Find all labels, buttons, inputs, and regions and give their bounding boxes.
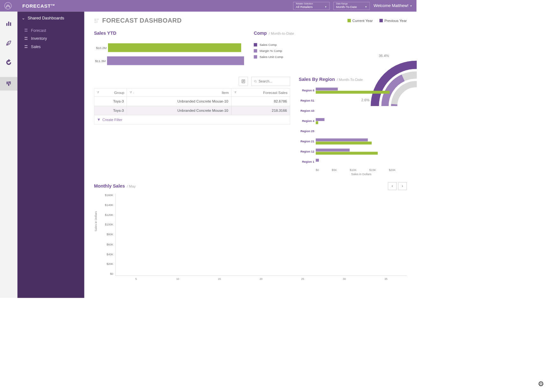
y-tick: $60K	[101, 243, 113, 246]
sidebar-item-sales[interactable]: Sales	[18, 43, 84, 51]
x-tick: 10	[157, 278, 198, 281]
forecast-table-panel: ⧩Group⧩ ↓Item⧩Forecast Sales Toys-3Unbra…	[94, 77, 290, 176]
svg-rect-5	[97, 20, 97, 23]
region-label: Region 21	[299, 140, 316, 143]
region-row: Region 21	[299, 136, 396, 146]
region-row: Region 25	[299, 126, 396, 136]
y-tick: $160K	[101, 193, 113, 197]
grid-icon	[25, 37, 28, 40]
sidebar-item-forecast[interactable]: Forecast	[18, 26, 84, 35]
region-label: Region 4	[299, 119, 316, 123]
y-tick: $140K	[101, 203, 113, 207]
comp-subtitle: / Month-to-Date	[268, 32, 294, 36]
sales-region-axis-title: Sales in Dollars	[316, 173, 407, 176]
chevron-down-icon: ▼	[365, 5, 367, 8]
column-label: Item	[222, 90, 229, 95]
x-tick: 5	[115, 278, 157, 281]
table-header[interactable]: ⧩Forecast Sales	[231, 89, 290, 97]
region-row: Region 1	[299, 157, 396, 167]
y-tick: $20K	[101, 262, 113, 266]
table-row[interactable]: Toys-3Unbranded Concrete Mouse-1082.6786	[94, 97, 290, 106]
region-bar-cur	[316, 152, 378, 154]
retailer-selector[interactable]: Retailer Selection All Retailers▼	[293, 2, 329, 10]
daterange-selector[interactable]: Date Range Month-To-Date▼	[333, 2, 370, 10]
legend-swatch	[254, 49, 257, 53]
nav-leaf-icon[interactable]	[4, 38, 13, 48]
comp-panel: Comp / Month-to-Date Sales CompMargin % …	[254, 31, 389, 70]
user-menu[interactable]: Welcome Matthew! ▼	[374, 4, 412, 8]
legend: Current Year Previous Year	[348, 19, 407, 23]
axis-tick: $5K	[332, 168, 337, 172]
axis-tick: $0	[316, 168, 319, 172]
create-filter-button[interactable]: Create Filter	[94, 115, 290, 125]
region-label: Region 12	[299, 150, 316, 153]
sales-by-region-panel: Sales By Region / Month-To-Date Region 6…	[299, 77, 407, 176]
axis-tick: $15K	[369, 168, 376, 172]
legend-label: Sales Unit Comp	[260, 55, 283, 59]
y-tick: $100K	[101, 223, 113, 226]
region-bar-prev	[316, 148, 350, 151]
comp-legend-item: Margin % Comp	[254, 49, 389, 53]
region-row: Region 43	[299, 106, 396, 116]
nav-dashboard-icon[interactable]	[0, 77, 18, 91]
svg-rect-0	[6, 23, 7, 26]
sales-region-title: Sales By Region	[299, 77, 335, 82]
grid-icon	[25, 29, 28, 32]
gauge-label-1: 36.4%	[379, 54, 389, 58]
x-tick: 35	[365, 278, 407, 281]
region-label: Region 6	[299, 89, 316, 92]
region-bar-prev	[316, 118, 325, 121]
region-bar-cur	[316, 141, 372, 144]
svg-rect-1	[8, 22, 9, 26]
retailer-selector-value: All Retailers	[296, 5, 313, 9]
search-box[interactable]	[251, 77, 290, 86]
y-tick: $80K	[101, 233, 113, 236]
search-input[interactable]	[259, 79, 287, 83]
chevron-down-icon: ▼	[325, 5, 327, 8]
export-button[interactable]	[239, 77, 248, 86]
nav-refresh-icon[interactable]	[4, 58, 13, 67]
daterange-selector-label: Date Range	[336, 3, 367, 5]
cell-forecast: 82.6786	[231, 97, 290, 106]
sidebar-header[interactable]: ⌄ Shared Dashboards	[18, 11, 84, 24]
page-title: FORECAST DASHBOARD	[102, 17, 182, 25]
table-header[interactable]: ⧩ ↓Item	[127, 89, 231, 97]
monthly-title: Monthly Sales	[94, 183, 125, 189]
region-label: Region 1	[299, 160, 316, 163]
forecast-table: ⧩Group⧩ ↓Item⧩Forecast Sales Toys-3Unbra…	[94, 88, 290, 115]
comp-legend-item: Sales Unit Comp	[254, 55, 389, 59]
y-tick: $0	[101, 272, 113, 276]
svg-rect-6	[94, 22, 96, 23]
legend-label: Sales Comp	[260, 43, 277, 46]
filter-icon: ⧩	[234, 91, 236, 95]
region-bar-prev	[316, 138, 368, 141]
x-tick: 25	[282, 278, 324, 281]
logo-icon	[4, 2, 12, 10]
column-label: Forecast Sales	[263, 90, 287, 95]
search-icon	[254, 80, 257, 83]
chevron-down-icon: ▼	[410, 4, 412, 7]
sidebar-item-inventory[interactable]: Inventory	[18, 35, 84, 43]
sidebar-item-label: Sales	[31, 45, 40, 49]
legend-label: Margin % Comp	[260, 49, 282, 53]
ytd-bar-label: $11.3M	[94, 59, 107, 62]
table-header[interactable]: ⧩Group	[94, 89, 127, 97]
daterange-selector-value: Month-To-Date	[336, 5, 357, 9]
ytd-bar-label: $10.2M	[94, 46, 108, 49]
brand-title: FORECASTTM	[22, 3, 55, 9]
month-prev-button[interactable]: ‹	[388, 182, 397, 190]
axis-tick: $20K	[389, 168, 396, 172]
nav-analytics-icon[interactable]	[4, 19, 13, 28]
table-row[interactable]: Toys-3Unbranded Concrete Mouse-10218.316…	[94, 106, 290, 115]
sales-ytd-title: Sales YTD	[94, 31, 244, 36]
filter-icon: ⧩ ↓	[129, 91, 134, 95]
filter-icon	[97, 118, 101, 122]
settings-gear-icon[interactable]: ⚙	[538, 380, 544, 388]
legend-previous-label: Previous Year	[384, 19, 407, 23]
region-row: Region 12	[299, 146, 396, 157]
cell-item: Unbranded Concrete Mouse-10	[127, 106, 231, 115]
create-filter-label: Create Filter	[102, 118, 122, 122]
month-next-button[interactable]: ›	[398, 182, 407, 190]
ytd-bar	[107, 56, 244, 65]
x-tick: 30	[323, 278, 365, 281]
